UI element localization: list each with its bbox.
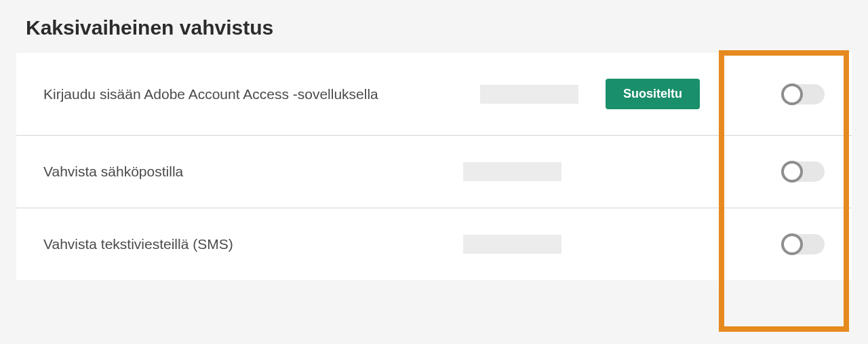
recommended-badge: Suositeltu <box>606 79 700 109</box>
row-email: Vahvista sähköpostilla <box>16 136 852 208</box>
toggle-sms[interactable] <box>781 234 825 254</box>
toggle-knob-icon <box>781 233 803 255</box>
toggle-adobe-account-access[interactable] <box>781 84 825 104</box>
row-sms: Vahvista tekstiviesteillä (SMS) <box>16 208 852 280</box>
toggle-knob-icon <box>781 161 803 183</box>
toggle-email[interactable] <box>781 161 825 182</box>
row-label: Vahvista sähköpostilla <box>43 164 463 180</box>
placeholder-box <box>463 235 561 254</box>
toggle-knob-icon <box>781 83 803 105</box>
row-adobe-account-access: Kirjaudu sisään Adobe Account Access -so… <box>16 53 852 136</box>
row-label: Vahvista tekstiviesteillä (SMS) <box>43 236 463 252</box>
placeholder-box <box>480 85 578 104</box>
section-title: Kaksivaiheinen vahvistus <box>26 16 852 39</box>
row-label: Kirjaudu sisään Adobe Account Access -so… <box>43 86 480 102</box>
two-step-verification-panel: Kirjaudu sisään Adobe Account Access -so… <box>16 53 852 280</box>
placeholder-box <box>463 162 561 181</box>
